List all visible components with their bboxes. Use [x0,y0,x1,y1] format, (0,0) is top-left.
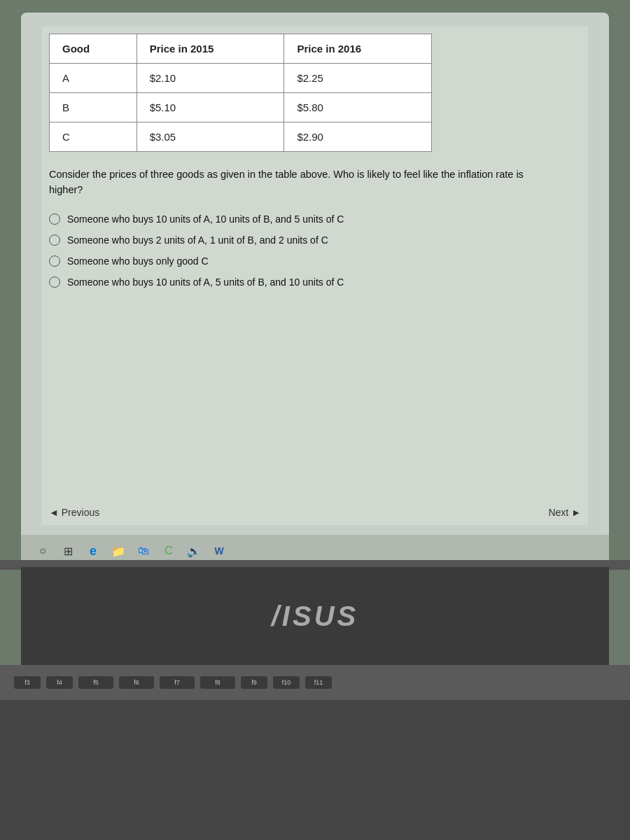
folder-icon[interactable]: 📁 [111,543,126,559]
nav-bar: ◄ Previous Next ► [49,500,581,525]
table-row: C $3.05 $2.90 [50,122,432,152]
fn-key-row: f3 f4 f5 f6 f7 f8 f9 f10 f11 [0,665,630,700]
option-1-label: Someone who buys 10 units of A, 10 units… [67,214,344,225]
radio-2[interactable] [49,234,60,246]
good-c: C [50,122,137,152]
options-container: Someone who buys 10 units of A, 10 units… [49,214,581,288]
keyboard-body [0,700,630,840]
fn-key-f3[interactable]: f3 [14,676,41,689]
fn-key-f4[interactable]: f4 [46,676,73,689]
option-3[interactable]: Someone who buys only good C [49,255,581,267]
good-a: A [50,64,137,93]
volume-icon[interactable]: 🔊 [186,543,202,559]
col-header-price2016: Price in 2016 [284,34,432,64]
price2015-a: $2.10 [136,64,284,93]
asus-logo-area: /ISUS [21,567,609,665]
keyboard-area: f3 f4 f5 f6 f7 f8 f9 f10 f11 [0,665,630,840]
fn-key-f6[interactable]: f6 [119,676,154,689]
fn-key-f11[interactable]: f11 [305,676,332,689]
fn-key-f5[interactable]: f5 [78,676,113,689]
option-2[interactable]: Someone who buys 2 units of A, 1 unit of… [49,234,581,246]
radio-1[interactable] [49,214,60,225]
price2016-c: $2.90 [284,122,432,152]
table-row: A $2.10 $2.25 [50,64,432,93]
price2015-b: $5.10 [136,93,284,122]
price2016-b: $5.80 [284,93,432,122]
radio-4[interactable] [49,276,60,288]
browser-icon[interactable]: C [161,543,176,559]
radio-3[interactable] [49,255,60,267]
good-b: B [50,93,137,122]
content-wrapper: Good Price in 2015 Price in 2016 A $2.10… [42,27,588,525]
start-button[interactable]: ○ [35,543,50,559]
option-3-label: Someone who buys only good C [67,255,209,267]
word-icon[interactable]: W [211,543,227,559]
option-2-label: Someone who buys 2 units of A, 1 unit of… [67,234,328,246]
fn-key-f9[interactable]: f9 [241,676,267,689]
question-text: Consider the prices of three goods as gi… [49,167,528,198]
fn-key-f7[interactable]: f7 [160,676,195,689]
price2016-a: $2.25 [284,64,432,93]
col-header-good: Good [50,34,137,64]
edge-icon[interactable]: e [85,543,101,559]
taskview-icon[interactable]: ⊞ [60,543,76,559]
fn-key-f8[interactable]: f8 [200,676,235,689]
price2015-c: $3.05 [136,122,284,152]
asus-logo: /ISUS [272,601,358,632]
table-row: B $5.10 $5.80 [50,93,432,122]
fn-key-f10[interactable]: f10 [273,676,300,689]
option-4[interactable]: Someone who buys 10 units of A, 5 units … [49,276,581,288]
col-header-price2015: Price in 2015 [136,34,284,64]
price-table: Good Price in 2015 Price in 2016 A $2.10… [49,34,432,152]
screen-area: Good Price in 2015 Price in 2016 A $2.10… [21,13,609,539]
store-icon[interactable]: 🛍 [136,543,151,559]
previous-button[interactable]: ◄ Previous [49,507,99,518]
option-4-label: Someone who buys 10 units of A, 5 units … [67,276,344,288]
next-button[interactable]: Next ► [548,507,581,518]
option-1[interactable]: Someone who buys 10 units of A, 10 units… [49,214,581,225]
